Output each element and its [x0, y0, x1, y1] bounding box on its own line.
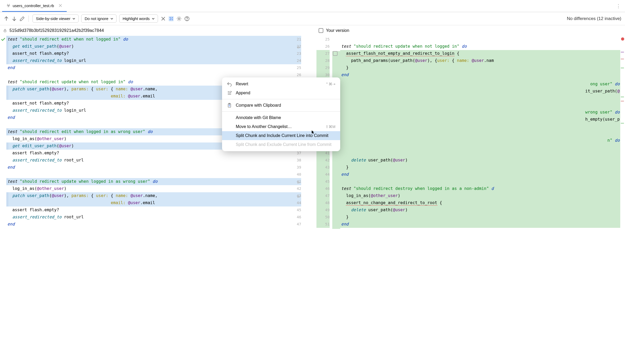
code-line[interactable]: test "should redirect destroy when logge… — [340, 185, 620, 192]
code-line[interactable]: patch user_path(@user), params: { user: … — [6, 192, 293, 199]
code-line[interactable]: path_and_params(user_path(@user), {user:… — [340, 57, 620, 64]
ignore-mode-select[interactable]: Do not ignore — [81, 14, 117, 23]
wrap-icon — [296, 45, 300, 48]
next-diff-icon[interactable] — [12, 16, 17, 21]
stripe-mark[interactable] — [621, 101, 624, 102]
code-line[interactable]: test "should redirect update when logged… — [6, 178, 293, 185]
code-line[interactable] — [340, 150, 620, 157]
code-line[interactable]: end — [6, 164, 293, 171]
settings-icon[interactable] — [176, 16, 182, 21]
wrap-icon — [296, 194, 300, 198]
error-stripe[interactable] — [620, 36, 625, 364]
sync-scroll-icon[interactable] — [169, 16, 174, 21]
include-chunk-checkbox[interactable] — [333, 51, 338, 56]
menu-item-label: Split Chunk and Exclude Current Line fro… — [236, 142, 335, 147]
line-number: 25 — [316, 36, 330, 43]
ignore-mode-label: Do not ignore — [85, 16, 108, 21]
code-line[interactable] — [340, 100, 620, 107]
prev-diff-icon[interactable] — [4, 16, 9, 21]
stripe-mark[interactable] — [621, 123, 624, 124]
menu-item[interactable]: Annotate with Git Blame — [222, 113, 340, 122]
tab-label: users_controller_test.rb — [13, 3, 54, 8]
code-line[interactable] — [340, 114, 620, 121]
code-line[interactable]: test "should redirect edit when not logg… — [6, 36, 293, 43]
code-line[interactable] — [340, 78, 620, 86]
code-line[interactable]: end — [340, 71, 620, 78]
code-line[interactable]: assert_redirected_to root_url — [6, 214, 293, 221]
menu-item-label: Move to Another Changelist… — [236, 124, 322, 129]
line-number: 50 — [316, 214, 330, 221]
code-line[interactable] — [340, 86, 620, 93]
menu-item[interactable]: Revert⌃⌘⇢ — [222, 80, 340, 88]
more-icon[interactable]: ⋮ — [614, 2, 623, 10]
menu-item[interactable]: Compare with Clipboard — [222, 101, 340, 110]
svg-point-2 — [187, 20, 187, 20]
code-line[interactable]: end — [340, 171, 620, 178]
code-line[interactable]: } — [340, 64, 620, 71]
code-line[interactable]: assert_flash_not_empty_and_redirect_to_l… — [340, 50, 620, 57]
tab-bar: users_controller_test.rb ⋮ — [0, 0, 625, 12]
code-line[interactable]: delete user_path(@user) — [340, 206, 620, 214]
code-line[interactable]: end — [340, 221, 620, 228]
line-number: 49 — [316, 206, 330, 214]
line-number: 47 — [316, 192, 330, 199]
code-line-peek: wrong user" do — [585, 109, 620, 116]
stripe-mark[interactable] — [621, 96, 624, 97]
stripe-mark[interactable] — [621, 58, 624, 60]
svg-point-0 — [178, 18, 180, 19]
code-line[interactable]: assert_not flash.empty? — [6, 50, 293, 57]
blank-icon — [227, 115, 232, 120]
code-line[interactable]: email: @user.email — [6, 199, 293, 206]
code-line[interactable]: delete user_path(@user) — [340, 157, 620, 164]
menu-item[interactable]: Append — [222, 88, 340, 97]
code-line[interactable]: log_in_as(@other_user) — [6, 185, 293, 192]
code-line[interactable]: log_in_as(@other_user) — [340, 192, 620, 199]
highlight-mode-select[interactable]: Highlight words — [119, 14, 158, 23]
code-line[interactable]: } — [340, 164, 620, 171]
edit-icon[interactable] — [20, 16, 25, 21]
code-line[interactable] — [340, 135, 620, 142]
line-number: 43 — [316, 164, 330, 171]
code-line[interactable]: assert_redirected_to root_url — [6, 157, 293, 164]
stripe-mark[interactable] — [621, 67, 624, 68]
your-version-checkbox[interactable] — [319, 28, 323, 33]
menu-item: Split Chunk and Exclude Current Line fro… — [222, 140, 340, 149]
code-line-peek: ong user" do — [590, 81, 620, 88]
right-code[interactable]: test "should redirect update when not lo… — [340, 36, 620, 364]
code-line[interactable]: test "should redirect update when not lo… — [340, 43, 620, 50]
code-line[interactable]: assert_no_change_and_redirect_to_root { — [340, 199, 620, 206]
stripe-mark[interactable] — [621, 52, 624, 53]
editor-tab[interactable]: users_controller_test.rb — [2, 0, 67, 12]
code-line[interactable]: } — [340, 214, 620, 221]
menu-item[interactable]: Move to Another Changelist…⇧⌘M — [222, 122, 340, 131]
help-icon[interactable] — [184, 16, 190, 21]
code-line[interactable] — [340, 121, 620, 128]
code-line[interactable]: get edit_user_path(@user) — [6, 43, 293, 50]
collapse-icon[interactable] — [161, 16, 166, 21]
code-line[interactable] — [340, 178, 620, 185]
line-number: 21 — [293, 36, 301, 43]
line-number: 45 — [293, 206, 301, 214]
menu-item-label: Compare with Clipboard — [236, 103, 335, 108]
code-line[interactable]: assert flash.empty? — [6, 206, 293, 214]
line-number: 46 — [316, 185, 330, 192]
code-line[interactable]: assert_redirected_to login_url — [6, 57, 293, 64]
code-line[interactable] — [340, 128, 620, 135]
line-number: 23 — [293, 50, 301, 57]
code-line[interactable] — [6, 171, 293, 178]
code-line[interactable] — [340, 107, 620, 114]
blank-icon — [227, 124, 232, 129]
code-line[interactable]: end — [6, 221, 293, 228]
highlight-mode-label: Highlight words — [123, 16, 150, 21]
revert-icon — [227, 81, 232, 87]
code-line[interactable] — [340, 142, 620, 150]
code-line[interactable]: end — [6, 64, 293, 71]
error-indicator-icon[interactable] — [621, 37, 624, 41]
viewer-mode-select[interactable]: Side-by-side viewer — [32, 14, 79, 23]
revision-bar: 515d9d378b3bf1529283192921a42b2f39ac7844… — [0, 25, 625, 36]
code-line[interactable] — [340, 36, 620, 43]
menu-item-label: Split Chunk and Include Current Line int… — [236, 133, 335, 138]
menu-item[interactable]: Split Chunk and Include Current Line int… — [222, 131, 340, 140]
close-icon[interactable] — [58, 3, 62, 8]
code-line[interactable] — [340, 93, 620, 100]
